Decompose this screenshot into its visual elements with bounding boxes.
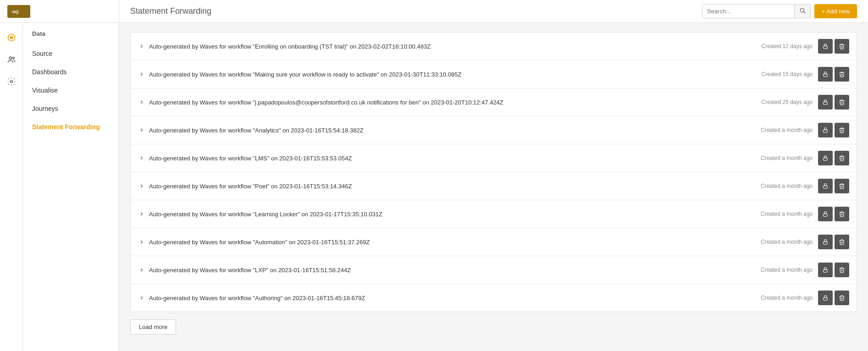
expand-button[interactable]: [138, 43, 145, 50]
trash-icon: [839, 183, 845, 189]
svg-line-8: [804, 12, 805, 13]
lock-icon: [822, 183, 829, 189]
trash-icon: [839, 99, 845, 105]
lock-button[interactable]: [818, 179, 833, 193]
nav-icon-people[interactable]: [2, 50, 21, 69]
sidebar-inner: Data Source Dashboards Visualise Journey…: [0, 23, 119, 351]
lock-button[interactable]: [818, 39, 833, 54]
item-label: Auto-generated by Waves for workflow "LX…: [149, 267, 761, 274]
delete-button[interactable]: [835, 67, 849, 82]
lock-button[interactable]: [818, 207, 833, 221]
svg-point-5: [12, 57, 14, 59]
item-actions: [818, 235, 849, 249]
chevron-right-icon: [139, 239, 144, 245]
delete-button[interactable]: [835, 207, 849, 221]
chevron-right-icon: [139, 155, 144, 161]
table-row: Auto-generated by Waves for workflow "Au…: [131, 228, 857, 256]
svg-rect-9: [824, 46, 827, 49]
main-content: Auto-generated by Waves for workflow "En…: [119, 23, 868, 351]
item-label: Auto-generated by Waves for workflow "Au…: [149, 295, 761, 302]
nav-icon-gear[interactable]: [2, 72, 21, 91]
sidebar-item-statement-forwarding[interactable]: Statement Forwarding: [23, 118, 119, 136]
svg-point-7: [800, 8, 804, 12]
item-created: Created 15 days ago: [762, 71, 813, 77]
delete-button[interactable]: [835, 123, 849, 137]
item-created: Created a month ago: [761, 239, 813, 245]
item-label: Auto-generated by Waves for workflow "Le…: [149, 211, 761, 218]
item-created: Created 25 days ago: [762, 99, 813, 105]
chevron-right-icon: [139, 211, 144, 217]
item-actions: [818, 123, 849, 137]
lock-button[interactable]: [818, 263, 833, 277]
lock-button[interactable]: [818, 67, 833, 82]
main-header: Statement Forwarding + Add new: [119, 0, 868, 23]
item-actions: [818, 207, 849, 221]
delete-button[interactable]: [835, 151, 849, 165]
expand-button[interactable]: [138, 238, 145, 246]
search-input[interactable]: [702, 5, 794, 17]
delete-button[interactable]: [835, 291, 849, 305]
item-created: Created a month ago: [761, 155, 813, 161]
item-label: Auto-generated by Waves for workflow "j.…: [149, 99, 762, 106]
search-button[interactable]: [794, 5, 810, 18]
svg-rect-15: [824, 214, 827, 216]
add-new-button[interactable]: + Add new: [814, 4, 857, 18]
lock-icon: [822, 211, 829, 217]
chevron-right-icon: [139, 99, 144, 105]
expand-button[interactable]: [138, 210, 145, 218]
delete-button[interactable]: [835, 263, 849, 277]
item-label: Auto-generated by Waves for workflow "An…: [149, 127, 761, 134]
load-more-section: Load more: [130, 312, 857, 342]
lock-button[interactable]: [818, 95, 833, 110]
trash-icon: [839, 267, 845, 273]
expand-button[interactable]: [138, 126, 145, 134]
lock-button[interactable]: [818, 123, 833, 137]
item-actions: [818, 95, 849, 110]
trash-icon: [839, 127, 845, 133]
chevron-right-icon: [139, 183, 144, 189]
item-actions: [818, 39, 849, 54]
item-label: Auto-generated by Waves for workflow "Po…: [149, 183, 761, 190]
table-row: Auto-generated by Waves for workflow "En…: [131, 33, 857, 60]
sidebar: HQ: [0, 0, 119, 351]
forwarding-list: Auto-generated by Waves for workflow "En…: [130, 32, 857, 312]
item-created: Created 12 days ago: [762, 43, 813, 49]
table-row: Auto-generated by Waves for workflow "Au…: [131, 284, 857, 312]
expand-button[interactable]: [138, 294, 145, 302]
item-actions: [818, 263, 849, 277]
delete-button[interactable]: [835, 235, 849, 249]
chevron-right-icon: [139, 44, 144, 49]
lock-button[interactable]: [818, 235, 833, 249]
nav-icon-circle[interactable]: [2, 28, 21, 47]
sidebar-nav: Source Dashboards Visualise Journeys Sta…: [23, 41, 119, 140]
expand-button[interactable]: [138, 154, 145, 162]
lock-icon: [822, 43, 829, 49]
expand-button[interactable]: [138, 182, 145, 190]
header-actions: + Add new: [702, 4, 857, 18]
lock-icon: [822, 99, 829, 105]
svg-text:HQ: HQ: [12, 10, 19, 14]
load-more-button[interactable]: Load more: [130, 319, 176, 335]
sidebar-item-visualise[interactable]: Visualise: [23, 81, 119, 99]
expand-button[interactable]: [138, 266, 145, 274]
delete-button[interactable]: [835, 95, 849, 110]
lock-icon: [822, 155, 829, 161]
delete-button[interactable]: [835, 39, 849, 54]
page-title: Statement Forwarding: [130, 6, 211, 16]
sidebar-item-source[interactable]: Source: [23, 44, 119, 63]
delete-button[interactable]: [835, 179, 849, 193]
main-area: Statement Forwarding + Add new Aut: [119, 0, 868, 351]
sidebar-item-journeys[interactable]: Journeys: [23, 99, 119, 118]
lock-button[interactable]: [818, 291, 833, 305]
sidebar-item-dashboards[interactable]: Dashboards: [23, 63, 119, 81]
trash-icon: [839, 211, 845, 217]
item-created: Created a month ago: [761, 267, 813, 273]
expand-button[interactable]: [138, 71, 145, 78]
expand-button[interactable]: [138, 99, 145, 106]
svg-rect-16: [824, 241, 827, 244]
lock-button[interactable]: [818, 151, 833, 165]
search-box: [702, 4, 811, 18]
svg-point-3: [10, 37, 12, 39]
svg-rect-18: [824, 297, 827, 300]
table-row: Auto-generated by Waves for workflow "An…: [131, 116, 857, 144]
